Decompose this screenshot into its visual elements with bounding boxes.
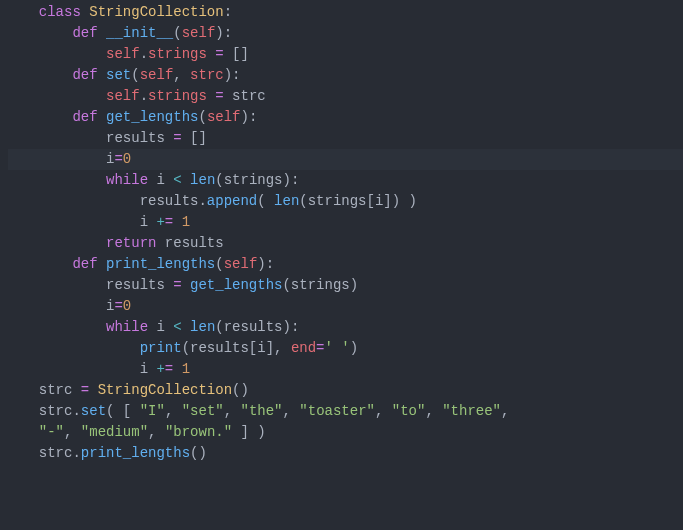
token-pun (39, 235, 106, 251)
token-pun: ): (257, 256, 274, 272)
line-gutter (8, 359, 22, 380)
token-self: strc (190, 67, 224, 83)
code-line[interactable]: i=0 (8, 149, 683, 170)
code-line[interactable]: class StringCollection: (8, 2, 683, 23)
token-num: 0 (123, 298, 131, 314)
token-pun: i (39, 214, 157, 230)
token-fn: len (190, 319, 215, 335)
line-gutter (8, 2, 22, 23)
code-line[interactable]: strc = StringCollection() (8, 380, 683, 401)
token-fn: set (81, 403, 106, 419)
token-num: 1 (182, 361, 190, 377)
token-fn: len (274, 193, 299, 209)
token-eq: = (316, 340, 324, 356)
token-pun (39, 319, 106, 335)
code-line[interactable]: def get_lengths(self): (8, 107, 683, 128)
token-op: + (156, 214, 164, 230)
token-pun (173, 214, 181, 230)
token-pun: results (39, 130, 173, 146)
line-gutter (8, 44, 22, 65)
code-line[interactable]: i += 1 (8, 212, 683, 233)
code-line[interactable]: results = [] (8, 128, 683, 149)
token-self: strings (148, 88, 207, 104)
code-line[interactable]: while i < len(results): (8, 317, 683, 338)
token-pun: ): (224, 67, 241, 83)
code-editor[interactable]: class StringCollection: def __init__(sel… (8, 2, 683, 464)
token-pun (98, 109, 106, 125)
token-kw: while (106, 319, 148, 335)
code-line[interactable]: strc.print_lengths() (8, 443, 683, 464)
token-fn: print (140, 340, 182, 356)
token-pun: [] (182, 130, 207, 146)
token-pun: i (148, 319, 173, 335)
token-self: self (182, 25, 216, 41)
token-pun (39, 256, 73, 272)
token-pun (173, 361, 181, 377)
code-line[interactable]: while i < len(strings): (8, 170, 683, 191)
code-line[interactable]: def __init__(self): (8, 23, 683, 44)
token-pun: ( (257, 193, 274, 209)
token-eq: = (114, 298, 122, 314)
code-line[interactable]: self.strings = [] (8, 44, 683, 65)
token-pun: ( [ (106, 403, 140, 419)
line-gutter (8, 401, 22, 422)
token-str: "to" (392, 403, 426, 419)
token-pun: : (224, 4, 232, 20)
line-gutter (8, 170, 22, 191)
token-pun: , (224, 403, 241, 419)
token-self: self (140, 67, 174, 83)
token-fn: print_lengths (81, 445, 190, 461)
token-kw: def (72, 109, 97, 125)
token-num: 0 (123, 151, 131, 167)
token-pun: , (173, 67, 190, 83)
token-pun: i (39, 151, 115, 167)
token-pun: (strings) (282, 277, 358, 293)
code-line[interactable]: results = get_lengths(strings) (8, 275, 683, 296)
token-self: self (106, 88, 140, 104)
token-self: self (106, 46, 140, 62)
code-line[interactable]: def set(self, strc): (8, 65, 683, 86)
token-eq: = (173, 130, 181, 146)
token-pun: , (148, 424, 165, 440)
line-gutter (8, 23, 22, 44)
code-line[interactable]: i += 1 (8, 359, 683, 380)
code-line[interactable]: strc.set( [ "I", "set", "the", "toaster"… (8, 401, 683, 422)
code-line[interactable]: def print_lengths(self): (8, 254, 683, 275)
token-pun: strc (224, 88, 266, 104)
token-kw: while (106, 172, 148, 188)
token-pun: ( (131, 67, 139, 83)
line-gutter (8, 443, 22, 464)
line-gutter (8, 296, 22, 317)
token-pun: ( (173, 25, 181, 41)
line-gutter (8, 233, 22, 254)
token-kw: def (72, 25, 97, 41)
line-gutter (8, 338, 22, 359)
token-kw: return (106, 235, 156, 251)
token-pun: strc (39, 382, 81, 398)
code-line[interactable]: print(results[i], end=' ') (8, 338, 683, 359)
line-gutter (8, 65, 22, 86)
token-pun: ( (198, 109, 206, 125)
token-name: StringCollection (98, 382, 232, 398)
token-pun: , (64, 424, 81, 440)
token-eq: = (215, 88, 223, 104)
token-fn: get_lengths (190, 277, 282, 293)
token-self: self (207, 109, 241, 125)
token-pun: . (140, 88, 148, 104)
line-gutter (8, 254, 22, 275)
token-pun (39, 109, 73, 125)
code-line[interactable]: results.append( len(strings[i]) ) (8, 191, 683, 212)
code-line[interactable]: self.strings = strc (8, 86, 683, 107)
token-str: "I" (140, 403, 165, 419)
token-pun: i (148, 172, 173, 188)
token-pun: , (375, 403, 392, 419)
token-pun (207, 46, 215, 62)
token-pun (224, 46, 232, 62)
code-line[interactable]: return results (8, 233, 683, 254)
token-pun: , (425, 403, 442, 419)
token-pun (98, 256, 106, 272)
code-line[interactable]: i=0 (8, 296, 683, 317)
token-kw: def (72, 256, 97, 272)
code-line[interactable]: "-", "medium", "brown." ] ) (8, 422, 683, 443)
token-pun (81, 4, 89, 20)
